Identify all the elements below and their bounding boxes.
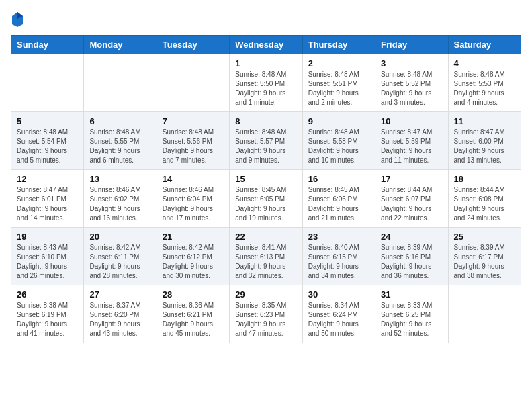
header [11, 11, 521, 27]
cell-info: Sunset: 5:52 PM [381, 79, 442, 89]
day-number: 19 [17, 232, 78, 242]
cell-info: Daylight: 9 hours and 38 minutes. [454, 262, 515, 281]
day-number: 3 [381, 58, 442, 68]
calendar-cell: 9Sunrise: 8:48 AMSunset: 5:58 PMDaylight… [302, 112, 375, 170]
cell-info: Sunrise: 8:48 AM [235, 128, 296, 137]
cell-info: Sunrise: 8:45 AM [235, 185, 296, 195]
cell-info: Sunset: 6:07 PM [381, 195, 442, 204]
day-number: 9 [308, 116, 369, 126]
calendar-cell: 12Sunrise: 8:47 AMSunset: 6:01 PMDayligh… [11, 170, 84, 228]
day-number: 2 [308, 58, 369, 68]
calendar-cell: 24Sunrise: 8:39 AMSunset: 6:16 PMDayligh… [375, 228, 448, 285]
cell-info: Daylight: 9 hours and 45 minutes. [163, 320, 224, 338]
cell-info: Sunset: 6:12 PM [163, 253, 224, 262]
cell-info: Sunset: 6:23 PM [235, 310, 296, 320]
cell-info: Sunrise: 8:48 AM [89, 128, 150, 137]
cell-info: Sunrise: 8:47 AM [381, 128, 442, 137]
cell-info: Sunrise: 8:39 AM [381, 243, 442, 253]
cell-info: Sunset: 5:59 PM [381, 137, 442, 146]
cell-info: Sunrise: 8:48 AM [308, 70, 369, 79]
cell-info: Sunrise: 8:41 AM [235, 243, 296, 253]
header-cell-thursday: Thursday [302, 36, 375, 54]
cell-info: Daylight: 9 hours and 22 minutes. [381, 204, 442, 223]
cell-info: Sunset: 6:24 PM [308, 310, 369, 320]
cell-info: Daylight: 9 hours and 26 minutes. [17, 262, 78, 281]
cell-info: Sunrise: 8:47 AM [454, 128, 515, 137]
calendar-cell: 6Sunrise: 8:48 AMSunset: 5:55 PMDaylight… [84, 112, 157, 170]
calendar-body: 1Sunrise: 8:48 AMSunset: 5:50 PMDaylight… [11, 54, 521, 343]
cell-info: Sunrise: 8:43 AM [17, 243, 78, 253]
cell-info: Sunrise: 8:48 AM [308, 128, 369, 137]
cell-info: Sunset: 6:10 PM [17, 253, 78, 262]
cell-info: Daylight: 9 hours and 4 minutes. [454, 89, 515, 107]
cell-info: Sunset: 6:13 PM [235, 253, 296, 262]
cell-info: Daylight: 9 hours and 24 minutes. [454, 204, 515, 223]
day-number: 23 [308, 232, 369, 242]
calendar-cell: 19Sunrise: 8:43 AMSunset: 6:10 PMDayligh… [11, 228, 84, 285]
calendar-header: SundayMondayTuesdayWednesdayThursdayFrid… [11, 36, 521, 54]
day-number: 18 [454, 174, 515, 184]
cell-info: Sunset: 6:16 PM [381, 253, 442, 262]
cell-info: Sunrise: 8:48 AM [17, 128, 78, 137]
day-number: 25 [454, 232, 515, 242]
cell-info: Sunset: 6:05 PM [235, 195, 296, 204]
cell-info: Sunset: 6:15 PM [308, 253, 369, 262]
calendar-cell: 10Sunrise: 8:47 AMSunset: 5:59 PMDayligh… [375, 112, 448, 170]
day-number: 20 [89, 232, 150, 242]
cell-info: Sunset: 6:06 PM [308, 195, 369, 204]
cell-info: Sunrise: 8:42 AM [89, 243, 150, 253]
cell-info: Daylight: 9 hours and 3 minutes. [381, 89, 442, 107]
calendar-cell: 3Sunrise: 8:48 AMSunset: 5:52 PMDaylight… [375, 54, 448, 112]
day-number: 13 [89, 174, 150, 184]
calendar-cell: 29Sunrise: 8:35 AMSunset: 6:23 PMDayligh… [230, 285, 302, 343]
day-number: 17 [381, 174, 442, 184]
cell-info: Sunset: 6:19 PM [17, 310, 78, 320]
cell-info: Sunrise: 8:46 AM [89, 185, 150, 195]
day-number: 6 [89, 116, 150, 126]
cell-info: Sunrise: 8:39 AM [454, 243, 515, 253]
calendar-cell: 8Sunrise: 8:48 AMSunset: 5:57 PMDaylight… [230, 112, 302, 170]
calendar-table: SundayMondayTuesdayWednesdayThursdayFrid… [11, 35, 521, 343]
cell-info: Daylight: 9 hours and 41 minutes. [17, 320, 78, 338]
calendar-cell: 31Sunrise: 8:33 AMSunset: 6:25 PMDayligh… [375, 285, 448, 343]
calendar-week-3: 12Sunrise: 8:47 AMSunset: 6:01 PMDayligh… [11, 170, 521, 228]
calendar-cell: 7Sunrise: 8:48 AMSunset: 5:56 PMDaylight… [157, 112, 229, 170]
cell-info: Sunrise: 8:44 AM [454, 185, 515, 195]
cell-info: Sunset: 5:57 PM [235, 137, 296, 146]
cell-info: Daylight: 9 hours and 32 minutes. [235, 262, 296, 281]
cell-info: Sunset: 5:58 PM [308, 137, 369, 146]
cell-info: Sunrise: 8:48 AM [454, 70, 515, 79]
calendar-cell: 21Sunrise: 8:42 AMSunset: 6:12 PMDayligh… [157, 228, 229, 285]
logo-icon [11, 11, 24, 27]
header-cell-wednesday: Wednesday [230, 36, 302, 54]
calendar-cell: 22Sunrise: 8:41 AMSunset: 6:13 PMDayligh… [230, 228, 302, 285]
cell-info: Sunset: 6:08 PM [454, 195, 515, 204]
cell-info: Sunrise: 8:48 AM [381, 70, 442, 79]
day-number: 14 [163, 174, 224, 184]
cell-info: Daylight: 9 hours and 30 minutes. [163, 262, 224, 281]
header-row: SundayMondayTuesdayWednesdayThursdayFrid… [11, 36, 521, 54]
cell-info: Sunset: 5:55 PM [89, 137, 150, 146]
cell-info: Sunrise: 8:38 AM [17, 301, 78, 310]
day-number: 11 [454, 116, 515, 126]
cell-info: Sunrise: 8:47 AM [17, 185, 78, 195]
cell-info: Sunrise: 8:34 AM [308, 301, 369, 310]
header-cell-friday: Friday [375, 36, 448, 54]
cell-info: Daylight: 9 hours and 52 minutes. [381, 320, 442, 338]
cell-info: Daylight: 9 hours and 17 minutes. [163, 204, 224, 223]
cell-info: Sunrise: 8:37 AM [89, 301, 150, 310]
cell-info: Sunrise: 8:42 AM [163, 243, 224, 253]
day-number: 12 [17, 174, 78, 184]
cell-info: Sunset: 6:25 PM [381, 310, 442, 320]
cell-info: Daylight: 9 hours and 10 minutes. [308, 146, 369, 165]
calendar-cell: 2Sunrise: 8:48 AMSunset: 5:51 PMDaylight… [302, 54, 375, 112]
cell-info: Sunset: 5:51 PM [308, 79, 369, 89]
cell-info: Sunrise: 8:45 AM [308, 185, 369, 195]
cell-info: Daylight: 9 hours and 50 minutes. [308, 320, 369, 338]
cell-info: Sunrise: 8:44 AM [381, 185, 442, 195]
day-number: 30 [308, 289, 369, 300]
calendar-cell [448, 285, 521, 343]
day-number: 15 [235, 174, 296, 184]
calendar-cell: 15Sunrise: 8:45 AMSunset: 6:05 PMDayligh… [230, 170, 302, 228]
header-cell-tuesday: Tuesday [157, 36, 229, 54]
